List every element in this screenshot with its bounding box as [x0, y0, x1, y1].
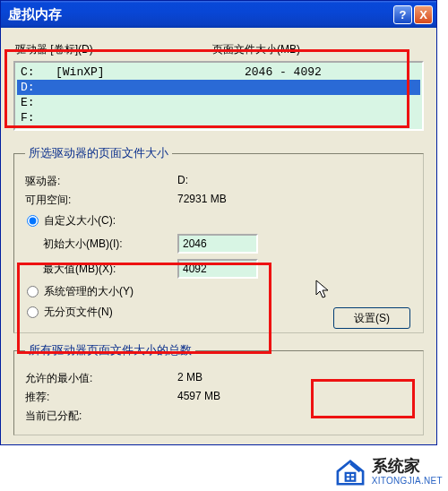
watermark-text: 系统家 — [372, 458, 443, 476]
max-size-label: 最大值(MB)(X): — [43, 262, 177, 277]
group-legend: 所选驱动器的页面文件大小 — [25, 145, 172, 161]
drive-row[interactable]: E: — [17, 95, 420, 110]
watermark: 系统家 XITONGJIA.NET — [334, 458, 443, 486]
close-button[interactable]: X — [414, 5, 433, 24]
radio-none-label: 无分页文件(N) — [44, 305, 113, 320]
totals-legend: 所有驱动器页面文件大小的总数 — [25, 342, 195, 358]
radio-system-managed[interactable]: 系统管理的大小(Y) — [25, 284, 414, 299]
min-label: 允许的最小值: — [25, 371, 177, 386]
drive-row[interactable]: F: — [17, 110, 420, 125]
radio-system-input[interactable] — [27, 286, 39, 297]
virtual-memory-dialog: 虚拟内存 ? X 驱动器 [卷标](D) 页面文件大小(MB) C: [WinX… — [0, 0, 437, 445]
help-icon: ? — [400, 8, 407, 22]
house-icon — [334, 459, 366, 486]
column-headers: 驱动器 [卷标](D) 页面文件大小(MB) — [15, 42, 422, 57]
radio-custom-input[interactable] — [27, 215, 39, 227]
drive-value: D: — [177, 174, 188, 189]
radio-none-input[interactable] — [27, 306, 39, 318]
free-space-value: 72931 MB — [177, 193, 227, 208]
initial-size-label: 初始大小(MB)(I): — [43, 237, 177, 252]
drive-row[interactable]: D: — [17, 80, 420, 95]
totals-group: 所有驱动器页面文件大小的总数 允许的最小值: 2 MB 推荐: 4597 MB … — [13, 342, 424, 435]
free-space-label: 可用空间: — [25, 193, 177, 208]
drive-list[interactable]: C: [WinXP] 2046 - 4092 D: E: F: — [13, 61, 424, 131]
initial-size-input[interactable] — [177, 234, 258, 254]
drive-row[interactable]: C: [WinXP] 2046 - 4092 — [17, 65, 420, 80]
selected-drive-group: 所选驱动器的页面文件大小 驱动器: D: 可用空间: 72931 MB 自定义大… — [13, 145, 424, 333]
min-value: 2 MB — [177, 371, 202, 386]
col-pagefile-label: 页面文件大小(MB) — [212, 42, 300, 57]
titlebar[interactable]: 虚拟内存 ? X — [1, 1, 436, 28]
rec-value: 4597 MB — [177, 390, 220, 405]
radio-custom-label: 自定义大小(C): — [44, 213, 116, 228]
svg-rect-0 — [345, 472, 355, 480]
max-size-input[interactable] — [177, 259, 258, 279]
radio-system-label: 系统管理的大小(Y) — [44, 284, 134, 299]
rec-label: 推荐: — [25, 390, 177, 405]
help-button[interactable]: ? — [393, 5, 412, 24]
cur-label: 当前已分配: — [25, 409, 177, 424]
window-title: 虚拟内存 — [8, 6, 392, 23]
col-drive-label: 驱动器 [卷标](D) — [15, 42, 212, 57]
client-area: 驱动器 [卷标](D) 页面文件大小(MB) C: [WinXP] 2046 -… — [1, 28, 436, 444]
set-button[interactable]: 设置(S) — [333, 307, 410, 329]
close-icon: X — [419, 8, 427, 22]
radio-custom-size[interactable]: 自定义大小(C): — [25, 213, 414, 228]
watermark-url: XITONGJIA.NET — [372, 476, 443, 486]
drive-label: 驱动器: — [25, 174, 177, 189]
